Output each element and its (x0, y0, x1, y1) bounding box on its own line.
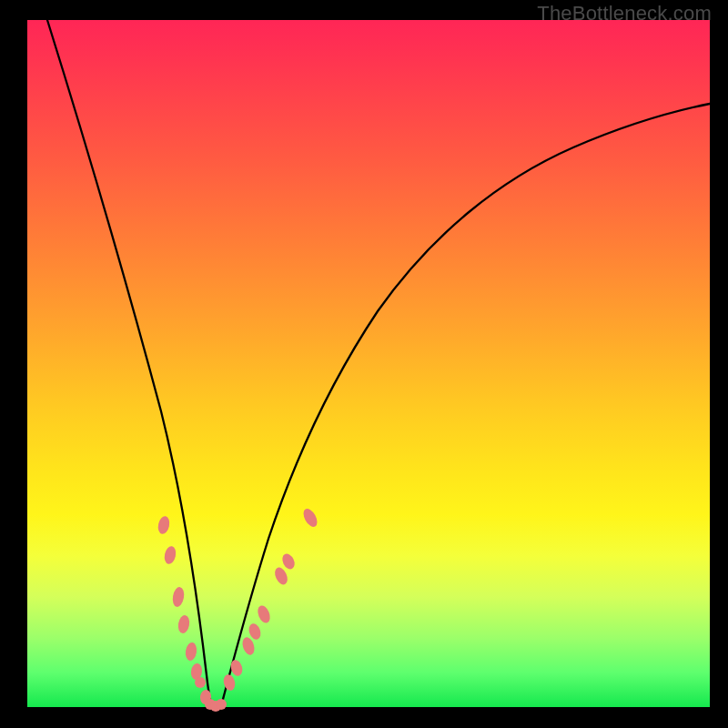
curve-right (221, 102, 719, 706)
svg-point-11 (222, 673, 237, 692)
svg-point-13 (240, 636, 257, 657)
watermark-text: TheBottleneck.com (537, 2, 712, 25)
svg-point-18 (300, 506, 319, 529)
svg-point-0 (157, 515, 171, 535)
svg-point-6 (195, 677, 206, 688)
curve-left (47, 20, 213, 706)
svg-point-12 (229, 659, 244, 678)
svg-point-3 (177, 614, 190, 634)
svg-point-2 (171, 586, 186, 608)
svg-point-15 (256, 603, 273, 624)
chart-svg (27, 20, 710, 707)
svg-point-10 (216, 699, 227, 710)
svg-point-1 (163, 545, 177, 565)
svg-point-17 (280, 551, 298, 571)
highlight-dots (157, 506, 320, 712)
svg-point-16 (272, 565, 289, 586)
svg-point-4 (185, 642, 198, 662)
chart-frame: TheBottleneck.com (0, 0, 728, 728)
